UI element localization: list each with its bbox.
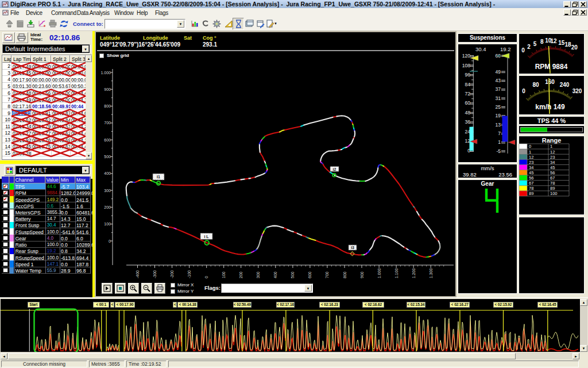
svg-text:31: 31: [496, 95, 501, 101]
svg-text:0: 0: [529, 144, 531, 149]
svg-text:-5: -5: [496, 148, 501, 154]
svg-text:78: 78: [529, 186, 533, 191]
svg-text:i3: i3: [351, 246, 354, 250]
svg-text:600: 600: [104, 138, 111, 142]
svg-text:i L: i L: [204, 235, 209, 239]
svg-text:1: 1: [498, 139, 501, 145]
svg-text:48: 48: [465, 110, 471, 116]
svg-text:49: 49: [496, 69, 501, 75]
svg-text:240: 240: [560, 82, 570, 88]
svg-text:400: 400: [273, 271, 277, 278]
svg-text:1.300: 1.300: [429, 268, 433, 278]
svg-text:1: 1: [550, 144, 552, 149]
svg-text:7: 7: [498, 131, 501, 136]
svg-text:72: 72: [465, 91, 471, 97]
svg-text:8: 8: [540, 39, 544, 45]
svg-text:RPM 9884: RPM 9884: [535, 63, 568, 71]
svg-text:400: 400: [104, 171, 111, 175]
svg-text:13: 13: [496, 122, 501, 128]
svg-text:56: 56: [550, 170, 555, 175]
svg-text:500: 500: [104, 155, 111, 159]
svg-text:80: 80: [532, 82, 539, 88]
svg-text:5: 5: [533, 41, 537, 47]
svg-text:45: 45: [550, 165, 555, 170]
svg-text:19: 19: [496, 113, 501, 118]
svg-text:23: 23: [529, 160, 533, 165]
svg-text:800: 800: [104, 104, 111, 108]
svg-text:-400: -400: [136, 270, 140, 278]
svg-text:300: 300: [104, 189, 111, 193]
svg-text:89: 89: [550, 186, 555, 191]
svg-text:2: 2: [527, 44, 531, 50]
svg-text:100: 100: [550, 191, 558, 196]
svg-text:25: 25: [496, 104, 501, 110]
svg-text:67: 67: [550, 175, 555, 181]
svg-text:23: 23: [550, 155, 555, 160]
svg-text:1: 1: [529, 150, 531, 155]
svg-text:15: 15: [558, 40, 565, 46]
svg-text:120: 120: [462, 53, 470, 59]
svg-text:800: 800: [343, 271, 347, 278]
svg-text:30.4: 30.4: [475, 46, 486, 52]
svg-text:0: 0: [521, 47, 525, 53]
svg-text:43: 43: [496, 78, 501, 83]
svg-text:km/h 149: km/h 149: [535, 103, 565, 111]
svg-text:12: 12: [550, 38, 557, 44]
svg-text:700: 700: [104, 121, 111, 125]
svg-text:600: 600: [308, 271, 312, 278]
svg-text:300: 300: [256, 271, 260, 278]
svg-text:67: 67: [529, 181, 533, 186]
svg-text:500: 500: [291, 271, 295, 278]
svg-text:18: 18: [564, 41, 571, 48]
svg-text:0: 0: [522, 88, 525, 94]
svg-text:1.100: 1.100: [394, 268, 399, 278]
svg-text:37: 37: [496, 86, 501, 92]
svg-text:700: 700: [325, 271, 329, 278]
svg-text:56: 56: [529, 175, 533, 181]
svg-text:160: 160: [545, 79, 555, 85]
svg-text:100: 100: [222, 271, 226, 278]
svg-text:I1: I1: [157, 175, 160, 179]
svg-text:0: 0: [204, 276, 208, 278]
svg-text:108: 108: [462, 63, 470, 68]
svg-text:900: 900: [104, 87, 111, 91]
svg-text:34: 34: [550, 160, 555, 165]
svg-text:200: 200: [239, 271, 243, 278]
svg-text:89: 89: [529, 191, 533, 196]
svg-text:84: 84: [465, 82, 471, 87]
svg-text:19.2: 19.2: [500, 46, 511, 52]
svg-text:96: 96: [465, 72, 471, 78]
svg-text:1.000: 1.000: [100, 71, 111, 75]
svg-text:-100: -100: [187, 270, 191, 278]
svg-text:45: 45: [529, 170, 533, 175]
svg-text:60: 60: [465, 100, 471, 106]
svg-text:20: 20: [571, 44, 578, 51]
svg-text:i2: i2: [333, 167, 336, 171]
svg-text:12: 12: [550, 150, 555, 155]
svg-text:78: 78: [550, 181, 555, 186]
svg-text:100: 100: [104, 222, 111, 226]
svg-text:200: 200: [104, 205, 111, 209]
svg-text:1.200: 1.200: [412, 268, 416, 278]
svg-text:12: 12: [529, 155, 533, 160]
svg-text:34: 34: [529, 165, 533, 170]
svg-text:-200: -200: [170, 270, 174, 278]
svg-text:36: 36: [465, 119, 471, 125]
svg-text:900: 900: [360, 271, 364, 278]
svg-text:1.000: 1.000: [377, 268, 381, 278]
svg-text:-300: -300: [153, 270, 157, 278]
svg-text:320: 320: [572, 88, 582, 94]
